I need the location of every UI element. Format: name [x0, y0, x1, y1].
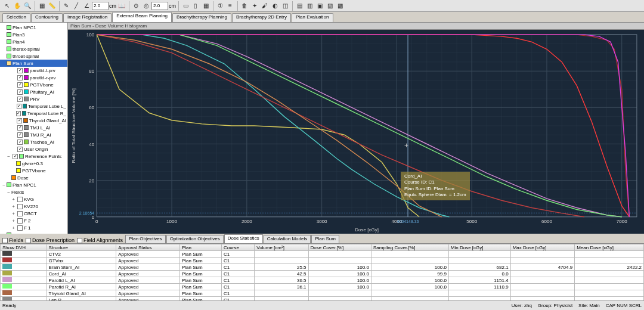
table-row[interactable]: Thyroid Gland_AIApprovedPlan SumC1 — [1, 290, 644, 297]
svg-text:40: 40 — [89, 142, 94, 147]
col-header[interactable]: Course — [222, 244, 255, 251]
col-header[interactable]: Volume [cm³] — [255, 244, 308, 251]
tree-node[interactable]: +CBCT — [0, 210, 67, 217]
brush-icon[interactable]: 🖌 — [260, 1, 270, 11]
col-header[interactable]: Plan — [179, 244, 221, 251]
tree-node[interactable]: ✓parotid-l-prv — [0, 67, 67, 74]
table-row[interactable]: Parotid L_AIApprovedPlan SumC136.5100.01… — [1, 277, 644, 284]
table-row[interactable]: GTVnxApprovedPlan SumC1 — [1, 258, 644, 264]
tree-node[interactable]: gtvnx+0.3 — [0, 160, 67, 167]
view4-icon[interactable]: ▦ — [201, 1, 210, 11]
plot-title: Plan Sum - Dose Volume Histogram — [68, 23, 644, 30]
tree-node[interactable]: throat-spinal — [0, 52, 67, 60]
tab-plan-evaluation[interactable]: Plan Evaluation — [292, 13, 333, 22]
tree-node[interactable]: ✓User Origin — [0, 145, 67, 153]
table-row[interactable]: Parotid R_AIApprovedPlan SumC136.1100.01… — [1, 284, 644, 290]
col-header[interactable]: Dose Cover.[%] — [308, 244, 371, 251]
angle-icon[interactable]: ∠ — [82, 1, 91, 11]
tree-node[interactable]: ✓Temporal Lobe R_ — [0, 110, 67, 117]
col-header[interactable]: Show DVH — [1, 244, 47, 251]
tree-node[interactable]: ✓Trachea_AI — [0, 138, 67, 145]
slice-input-1[interactable] — [92, 2, 109, 10]
col-header[interactable]: Min Dose [cGy] — [448, 244, 510, 251]
zoom-icon[interactable]: 🔍 — [23, 1, 32, 11]
tree-node[interactable]: +KV270 — [0, 203, 67, 210]
list-icon[interactable]: ≡ — [225, 1, 235, 11]
book-icon[interactable]: 📖 — [117, 1, 126, 11]
tab-contouring[interactable]: Contouring — [31, 13, 63, 22]
layout4-icon[interactable]: ▨ — [325, 1, 335, 11]
tree-node[interactable]: Dose — [0, 174, 67, 181]
cursor-icon[interactable]: ↖ — [2, 1, 12, 11]
tree-node[interactable]: −Plan4 — [0, 231, 67, 234]
plan-tree[interactable]: Plan NPC1Plan3Plan4therax-spinalthroat-s… — [0, 23, 68, 234]
tree-node[interactable]: −Fields — [0, 188, 67, 196]
tree-node[interactable]: +KVG — [0, 196, 67, 203]
col-header[interactable]: Max Dose [cGy] — [510, 244, 575, 251]
chk-field-alignments[interactable]: Field Alignments — [77, 237, 123, 243]
tree-node[interactable]: ✓TMJ L_AI — [0, 124, 67, 131]
tree-node[interactable]: ✓Temporal Lobe L_ — [0, 103, 67, 110]
svg-text:60: 60 — [89, 105, 94, 110]
btab-plan-objectives[interactable]: Plan Objectives — [125, 235, 166, 243]
col-header[interactable]: Sampling Cover.[%] — [371, 244, 448, 251]
btab-dose-statistics[interactable]: Dose Statistics — [224, 234, 263, 243]
view2-icon[interactable]: ▯ — [191, 1, 200, 11]
hand-icon[interactable]: ✋ — [13, 1, 22, 11]
tree-node[interactable]: −✓Reference Points — [0, 153, 67, 160]
erase-icon[interactable]: ◐ — [270, 1, 280, 11]
tree-node[interactable]: therax-spinal — [0, 45, 67, 52]
grid-icon[interactable]: ▦ — [37, 1, 47, 11]
layout2-icon[interactable]: ▥ — [305, 1, 314, 11]
trash-icon[interactable]: 🗑 — [240, 1, 249, 11]
table-row[interactable]: CTV2ApprovedPlan SumC1 — [1, 251, 644, 258]
dvh-chart[interactable]: 0100020003000400050006000700010080604020… — [68, 30, 644, 234]
tree-node[interactable]: ✓parotid-r-prv — [0, 74, 67, 81]
layout3-icon[interactable]: ▣ — [315, 1, 324, 11]
col-header[interactable]: Structure — [47, 244, 116, 251]
tab-brachytherapy-planning[interactable]: Brachytherapy Planning — [172, 13, 231, 22]
tab-selection[interactable]: Selection — [2, 13, 30, 22]
col-header[interactable]: Mean Dose [cGy] — [575, 244, 644, 251]
btab-plan-sum[interactable]: Plan Sum — [311, 235, 339, 243]
chk-dose-prescription[interactable]: Dose Prescription — [26, 237, 75, 243]
table-row[interactable]: Cord_AIApprovedPlan SumC142.5100.099.90.… — [1, 271, 644, 277]
view1-icon[interactable]: ▭ — [181, 1, 190, 11]
tree-node[interactable]: Plan NPC1 — [0, 24, 67, 31]
list-num-icon[interactable]: ① — [215, 1, 225, 11]
tab-external-beam-planning[interactable]: External Beam Planning — [112, 12, 172, 22]
dose-statistics-table[interactable]: Show DVHStructureApproval StatusPlanCour… — [0, 243, 644, 300]
crop-icon[interactable]: ◫ — [280, 1, 290, 11]
tab-brachytherapy-2d-entry[interactable]: Brachytherapy 2D Entry — [232, 13, 291, 22]
slice-input-2[interactable] — [151, 2, 168, 10]
tree-node[interactable]: +F 1 — [0, 224, 67, 231]
tree-node[interactable]: ✓Thyroid Gland_AI — [0, 117, 67, 124]
target-icon[interactable]: ◎ — [141, 1, 151, 11]
layout5-icon[interactable]: ▩ — [335, 1, 345, 11]
workspace-tabs: SelectionContouringImage RegistrationExt… — [0, 12, 644, 23]
draw-icon[interactable]: ✎ — [61, 1, 71, 11]
tab-image-registration[interactable]: Image Registration — [63, 13, 112, 22]
col-header[interactable]: Approval Status — [116, 244, 180, 251]
btab-calculation-models[interactable]: Calculation Models — [264, 235, 311, 243]
tree-node[interactable]: ✓PGTVbone — [0, 81, 67, 88]
chk-fields[interactable]: Fields — [2, 237, 23, 243]
dot-icon[interactable]: ⊙ — [131, 1, 141, 11]
status-group: Group: Physicist — [538, 303, 572, 308]
tree-node[interactable]: +F 2 — [0, 217, 67, 224]
btab-optimization-objectives[interactable]: Optimization Objectives — [166, 235, 224, 243]
tree-node[interactable]: Plan Sum — [0, 60, 67, 67]
svg-text:1000: 1000 — [166, 219, 177, 224]
tree-node[interactable]: PGTVbone — [0, 167, 67, 174]
tree-node[interactable]: −Plan NPC1 — [0, 181, 67, 188]
tree-node[interactable]: ✓TMJ R_AI — [0, 131, 67, 138]
tree-node[interactable]: Plan4 — [0, 38, 67, 45]
star-icon[interactable]: ✦ — [250, 1, 259, 11]
tree-node[interactable]: ✓PRV — [0, 95, 67, 103]
line-icon[interactable]: ╱ — [72, 1, 81, 11]
layout1-icon[interactable]: ▤ — [295, 1, 304, 11]
ruler-icon[interactable]: 📏 — [47, 1, 57, 11]
table-row[interactable]: Brain Stem_AIApprovedPlan SumC125.5100.0… — [1, 264, 644, 271]
tree-node[interactable]: Plan3 — [0, 31, 67, 38]
tree-node[interactable]: ✓Pituitary_AI — [0, 88, 67, 95]
